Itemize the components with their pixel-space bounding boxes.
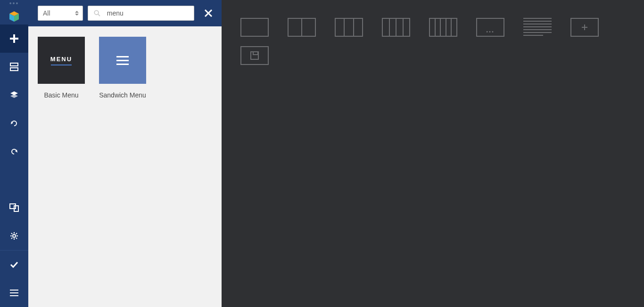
thumb-text: MENU bbox=[50, 56, 72, 63]
element-sandwich-menu[interactable]: Sandwich Menu bbox=[99, 37, 146, 99]
layout-more[interactable] bbox=[476, 18, 504, 37]
svg-rect-5 bbox=[10, 63, 18, 66]
undo-icon bbox=[10, 119, 18, 128]
svg-rect-16 bbox=[10, 295, 18, 296]
layers-icon bbox=[9, 90, 19, 100]
layout-2col[interactable] bbox=[288, 18, 316, 37]
layout-5col[interactable] bbox=[429, 18, 457, 37]
element-basic-menu[interactable]: MENU Basic Menu bbox=[38, 37, 85, 99]
left-nav: ••• bbox=[0, 0, 28, 307]
svg-point-17 bbox=[94, 10, 99, 15]
svg-rect-6 bbox=[10, 68, 18, 71]
canvas[interactable] bbox=[222, 0, 644, 307]
svg-marker-8 bbox=[10, 94, 18, 98]
nav-sections[interactable] bbox=[0, 53, 28, 81]
panel-header: All bbox=[28, 0, 222, 26]
gear-icon bbox=[10, 232, 18, 240]
element-thumb: MENU bbox=[38, 37, 85, 84]
layout-3col[interactable] bbox=[335, 18, 363, 37]
hamburger-icon bbox=[10, 290, 18, 296]
check-icon bbox=[10, 261, 18, 268]
save-icon bbox=[250, 51, 259, 60]
layout-1col[interactable] bbox=[240, 18, 269, 37]
nav-settings[interactable] bbox=[0, 222, 28, 250]
search-input[interactable] bbox=[107, 9, 188, 17]
thumb-underline bbox=[51, 65, 72, 65]
devices-icon bbox=[9, 203, 19, 212]
layout-add[interactable] bbox=[570, 18, 599, 37]
nav-undo[interactable] bbox=[0, 109, 28, 137]
app-logo[interactable] bbox=[7, 9, 22, 24]
redo-icon bbox=[10, 147, 18, 156]
search-icon bbox=[94, 9, 100, 17]
close-icon bbox=[204, 9, 213, 17]
svg-line-18 bbox=[98, 14, 100, 16]
elements-panel: All MENU Basic Menu Sandwich Menu bbox=[28, 0, 222, 307]
search-box bbox=[88, 6, 194, 21]
layout-picker-row bbox=[240, 18, 627, 37]
svg-rect-4 bbox=[10, 38, 18, 40]
nav-layers[interactable] bbox=[0, 81, 28, 109]
nav-redo[interactable] bbox=[0, 137, 28, 166]
category-select[interactable]: All bbox=[38, 6, 83, 21]
nav-add-element[interactable] bbox=[0, 24, 28, 53]
layout-text[interactable] bbox=[523, 18, 552, 37]
nav-menu[interactable] bbox=[0, 279, 28, 307]
layout-4col[interactable] bbox=[382, 18, 410, 37]
chevron-updown-icon bbox=[75, 11, 79, 16]
layout-template[interactable] bbox=[240, 46, 269, 65]
panel-body: MENU Basic Menu Sandwich Menu bbox=[28, 26, 222, 307]
nav-publish[interactable] bbox=[0, 250, 28, 279]
drag-handle-icon[interactable]: ••• bbox=[9, 2, 19, 7]
svg-rect-14 bbox=[10, 290, 18, 291]
svg-rect-15 bbox=[10, 292, 18, 293]
close-panel-button[interactable] bbox=[201, 6, 216, 21]
element-thumb bbox=[99, 37, 146, 84]
category-value: All bbox=[43, 9, 50, 17]
layout-picker-row-2 bbox=[240, 46, 627, 65]
plus-icon bbox=[9, 34, 19, 43]
nav-devices[interactable] bbox=[0, 194, 28, 222]
plus-icon bbox=[581, 24, 588, 31]
hamburger-icon bbox=[116, 56, 129, 65]
element-label: Sandwich Menu bbox=[99, 91, 146, 99]
svg-point-13 bbox=[13, 234, 16, 237]
rows-icon bbox=[10, 63, 18, 71]
element-label: Basic Menu bbox=[44, 91, 78, 99]
